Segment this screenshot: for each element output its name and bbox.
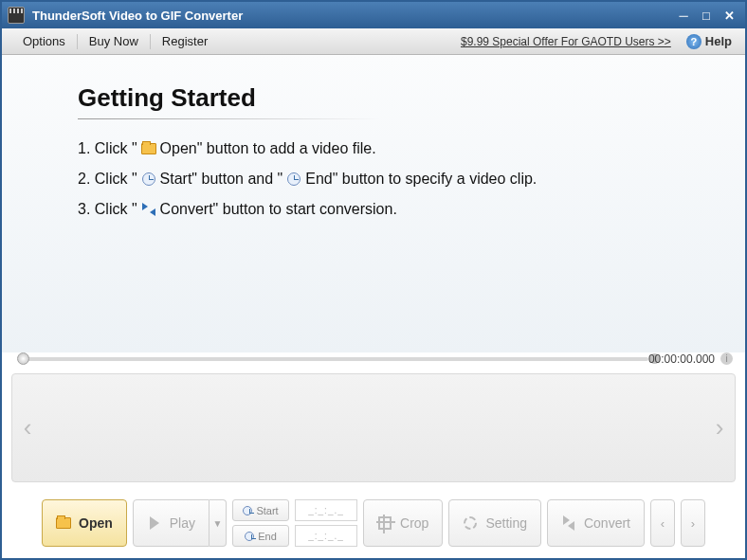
clock-start-icon — [243, 506, 252, 515]
start-button[interactable]: Start — [232, 499, 289, 521]
menu-options[interactable]: Options — [11, 34, 77, 48]
play-dropdown-button[interactable]: ▼ — [210, 499, 227, 547]
info-icon[interactable]: i — [720, 352, 733, 365]
thumbnail-strip: ‹ › — [11, 373, 736, 482]
setting-button-label: Setting — [485, 515, 527, 531]
step-2: 2. Click " Start" button and " End" butt… — [78, 171, 745, 188]
clock-end-icon — [286, 172, 301, 187]
open-button-label: Open — [79, 515, 113, 531]
strip-next-button[interactable]: › — [710, 411, 729, 445]
crop-button[interactable]: Crop — [363, 499, 443, 547]
convert-icon — [141, 202, 156, 217]
special-offer-link[interactable]: $9.99 Special Offer For GAOTD Users >> — [461, 35, 671, 48]
window-title: ThunderSoft Video to GIF Converter — [32, 9, 671, 23]
help-link[interactable]: Help — [705, 34, 736, 48]
time-inputs-column: _:_:_._ _:_:_._ — [295, 499, 357, 547]
folder-icon — [56, 515, 71, 531]
timeline-timecode: 00:00:00.000 — [648, 352, 715, 366]
play-icon — [147, 515, 162, 531]
page-title: Getting Started — [78, 83, 745, 113]
folder-icon — [141, 141, 156, 156]
minimize-button[interactable]: ─ — [673, 7, 694, 24]
maximize-button[interactable]: □ — [696, 7, 717, 24]
crop-icon — [377, 515, 392, 531]
step-1: 1. Click " Open" button to add a video f… — [78, 140, 745, 157]
convert-button-label: Convert — [584, 515, 630, 531]
start-end-column: Start End — [232, 499, 289, 547]
next-button[interactable]: › — [681, 499, 705, 547]
help-icon[interactable]: ? — [686, 34, 701, 49]
setting-button[interactable]: Setting — [448, 499, 541, 547]
clock-end-icon — [245, 532, 254, 541]
convert-button[interactable]: Convert — [547, 499, 645, 547]
heading-divider — [78, 118, 381, 119]
play-button-label: Play — [170, 515, 195, 531]
gear-icon — [463, 515, 478, 531]
crop-button-label: Crop — [400, 515, 428, 531]
prev-button[interactable]: ‹ — [650, 499, 675, 547]
menu-register[interactable]: Register — [151, 34, 219, 48]
titlebar: ThunderSoft Video to GIF Converter ─ □ ✕ — [2, 2, 745, 28]
end-button[interactable]: End — [232, 525, 289, 547]
main-area: Getting Started 1. Click " Open" button … — [2, 55, 745, 352]
start-time-input[interactable]: _:_:_._ — [295, 499, 357, 521]
app-icon — [8, 7, 25, 24]
end-time-input[interactable]: _:_:_._ — [295, 525, 357, 547]
timeline-track[interactable] — [23, 357, 648, 361]
menu-buynow[interactable]: Buy Now — [78, 34, 150, 48]
timeline: 00:00:00.000 i — [11, 352, 736, 366]
play-button[interactable]: Play — [133, 499, 210, 547]
close-button[interactable]: ✕ — [719, 7, 739, 24]
step-3: 3. Click " Convert" button to start conv… — [78, 201, 745, 218]
clock-start-icon — [141, 172, 156, 187]
menubar: Options Buy Now Register $9.99 Special O… — [2, 28, 745, 55]
open-button[interactable]: Open — [42, 499, 127, 547]
app-window: ThunderSoft Video to GIF Converter ─ □ ✕… — [0, 0, 747, 560]
timeline-thumb[interactable] — [17, 352, 29, 365]
toolbar: Open Play ▼ Start End _:_:_._ _:_:_._ Cr… — [11, 494, 736, 552]
convert-icon — [561, 515, 576, 531]
strip-prev-button[interactable]: ‹ — [18, 411, 37, 445]
